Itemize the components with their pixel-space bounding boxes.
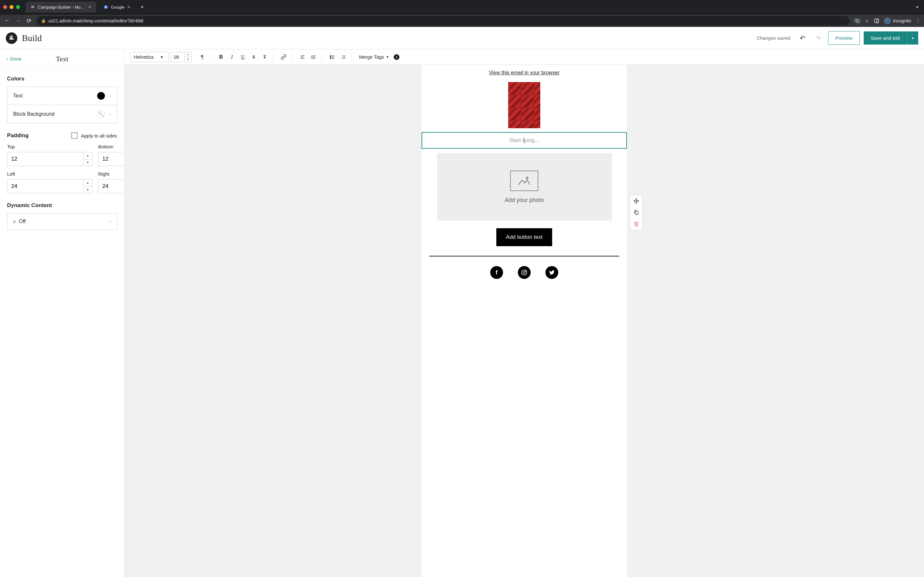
bookmark-star-icon[interactable]: ☆ <box>865 18 869 23</box>
dynamic-content-label: Dynamic Content <box>7 202 117 209</box>
row-label: Text <box>13 93 23 99</box>
chevron-down-icon: ▼ <box>386 55 389 59</box>
padding-left-value[interactable] <box>7 179 83 193</box>
bullet-list-button[interactable] <box>327 52 338 62</box>
extensions-icon[interactable] <box>874 18 879 24</box>
move-block-button[interactable] <box>630 195 642 207</box>
link-button[interactable] <box>278 52 289 62</box>
divider-block[interactable] <box>429 256 619 256</box>
step-down-button[interactable]: ▼ <box>185 57 192 62</box>
text-toolbar: Helvetica ▼ ▲▼ ¶ B I U S T <box>124 49 924 65</box>
padding-right-value[interactable] <box>99 179 124 193</box>
font-family-select[interactable]: Helvetica ▼ <box>130 52 169 62</box>
dynamic-content-row[interactable]: Off › <box>7 213 117 230</box>
image-placeholder-block[interactable]: Add your photo <box>437 153 612 221</box>
clear-format-button[interactable]: T <box>260 52 270 62</box>
preview-button[interactable]: Preview <box>828 31 860 45</box>
status-dot-icon <box>13 221 16 223</box>
svg-point-17 <box>330 56 331 57</box>
tab-close-icon[interactable]: ✕ <box>127 5 131 10</box>
view-in-browser-link[interactable]: View this email in your browser <box>489 70 559 75</box>
step-up-button[interactable]: ▲ <box>83 179 92 187</box>
delete-block-button[interactable] <box>630 218 642 230</box>
editor-canvas[interactable]: View this email in your browser Start tp… <box>124 65 924 577</box>
italic-button[interactable]: I <box>227 52 237 62</box>
no-color-swatch <box>97 110 105 118</box>
text-color-row[interactable]: Text › <box>7 87 117 105</box>
step-down-button[interactable]: ▼ <box>83 187 92 193</box>
save-exit-dropdown[interactable]: ▾ <box>907 31 918 45</box>
chrome-menu-icon[interactable]: ⋮ <box>916 18 920 23</box>
underline-button[interactable]: U <box>238 52 248 62</box>
padding-bottom-input[interactable]: ▲▼ <box>98 152 124 166</box>
line-height-button[interactable] <box>309 52 318 62</box>
block-background-row[interactable]: Block Background › <box>7 105 117 123</box>
padding-left-input[interactable]: ▲▼ <box>7 179 92 193</box>
font-size-input[interactable]: ▲▼ <box>171 52 192 62</box>
svg-point-28 <box>526 177 528 179</box>
twitter-icon[interactable] <box>545 266 558 279</box>
window-close-button[interactable] <box>3 5 7 9</box>
hero-image[interactable] <box>508 82 540 128</box>
strikethrough-button[interactable]: S <box>249 52 259 62</box>
browser-tab-active[interactable]: ✉ Campaign Builder - Mood Joy | ✕ <box>26 2 96 13</box>
merge-tags-dropdown[interactable]: Merge Tags ▼ <box>357 54 391 60</box>
back-button[interactable]: ← <box>4 17 10 24</box>
incognito-badge[interactable]: 👤 Incognito <box>884 17 911 24</box>
app-header: Build Changes saved ↶ ↷ Preview Save and… <box>0 27 924 49</box>
checkbox-icon <box>71 132 78 139</box>
apply-all-sides-checkbox[interactable]: Apply to all sides <box>71 132 117 139</box>
chevron-down-icon: ▼ <box>160 55 164 59</box>
info-icon[interactable]: i <box>394 54 399 60</box>
mailchimp-logo-icon[interactable] <box>6 32 17 44</box>
step-up-button[interactable]: ▲ <box>185 52 192 57</box>
svg-point-8 <box>12 36 13 37</box>
tab-title: Campaign Builder - Mood Joy | <box>38 5 86 10</box>
social-icons-block: f <box>422 266 627 279</box>
new-tab-button[interactable]: + <box>138 4 147 11</box>
eye-off-icon[interactable] <box>854 18 861 24</box>
duplicate-block-button[interactable] <box>630 207 642 218</box>
padding-bottom-value[interactable] <box>99 152 124 166</box>
svg-text:G: G <box>105 6 107 9</box>
redo-button[interactable]: ↷ <box>813 32 824 44</box>
undo-button[interactable]: ↶ <box>796 32 809 44</box>
block-floating-toolbar <box>630 195 642 230</box>
save-exit-button[interactable]: Save and exit <box>864 31 907 45</box>
padding-right-label: Right <box>98 171 124 177</box>
align-button[interactable] <box>297 52 308 62</box>
address-bar[interactable]: 🔒 us21.admin.mailchimp.com/email/editor?… <box>37 16 850 26</box>
mailchimp-favicon: ✉ <box>30 5 35 10</box>
window-maximize-button[interactable] <box>16 5 20 9</box>
browser-tab[interactable]: G Google ✕ <box>99 2 136 13</box>
svg-point-31 <box>525 271 526 271</box>
text-block-selected[interactable]: Start tping... <box>422 132 627 149</box>
reload-button[interactable]: ⟳ <box>26 17 32 24</box>
bold-button[interactable]: B <box>216 52 226 62</box>
numbered-list-button[interactable]: 123 <box>338 52 349 62</box>
forward-button[interactable]: → <box>15 17 21 24</box>
padding-top-value[interactable] <box>7 152 83 166</box>
lock-icon: 🔒 <box>41 19 46 23</box>
window-minimize-button[interactable] <box>10 5 13 9</box>
cta-button-block[interactable]: Add button text <box>496 228 552 246</box>
instagram-icon[interactable] <box>518 266 531 279</box>
tab-title: Google <box>111 5 124 10</box>
step-down-button[interactable]: ▼ <box>83 159 92 166</box>
sidebar-title: Text <box>56 55 68 63</box>
tab-close-icon[interactable]: ✕ <box>88 5 92 10</box>
paragraph-style-button[interactable]: ¶ <box>197 52 207 62</box>
facebook-icon[interactable]: f <box>490 266 503 279</box>
email-body: View this email in your browser Start tp… <box>422 65 627 577</box>
svg-rect-32 <box>635 211 638 214</box>
done-button[interactable]: ‹ Done <box>6 56 21 61</box>
svg-point-7 <box>11 36 11 37</box>
incognito-icon: 👤 <box>884 17 891 24</box>
svg-point-30 <box>523 271 525 274</box>
tab-overflow-icon[interactable]: ▾ <box>914 5 921 9</box>
padding-right-input[interactable]: ▲▼ <box>98 179 124 193</box>
chevron-left-icon: ‹ <box>6 56 8 61</box>
step-up-button[interactable]: ▲ <box>83 152 92 159</box>
padding-top-input[interactable]: ▲▼ <box>7 152 92 166</box>
row-label: Block Background <box>13 111 55 117</box>
